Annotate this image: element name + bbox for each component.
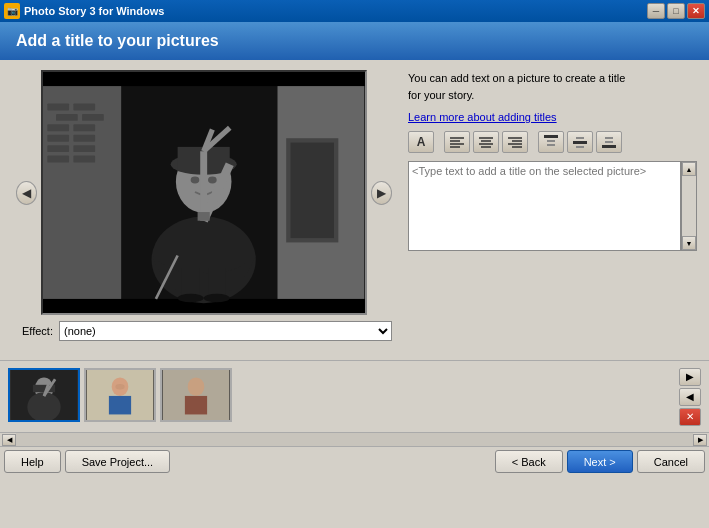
scroll-up-button[interactable]: ▲ (682, 162, 696, 176)
close-button[interactable]: ✕ (687, 3, 705, 19)
scroll-right-button[interactable]: ▶ (693, 434, 707, 446)
effect-row: Effect: (none) (12, 321, 392, 341)
instructions: You can add text on a picture to create … (408, 70, 697, 103)
svg-rect-45 (544, 135, 558, 138)
svg-rect-5 (56, 114, 78, 121)
svg-rect-16 (291, 143, 334, 239)
instruction-line2: for your story. (408, 89, 474, 101)
help-button[interactable]: Help (4, 450, 61, 473)
text-scrollbar[interactable]: ▲ ▼ (681, 161, 697, 251)
effect-dropdown[interactable]: (none) (59, 321, 392, 341)
filmstrip-item-3[interactable] (160, 368, 232, 422)
svg-point-30 (178, 294, 204, 303)
position-middle-button[interactable] (567, 131, 593, 153)
prev-photo-button[interactable]: ◀ (16, 181, 37, 205)
filmstrip-controls: ▶ ◀ ✕ (679, 368, 701, 426)
svg-rect-6 (82, 114, 104, 121)
position-top-button[interactable] (538, 131, 564, 153)
instruction-line1: You can add text on a picture to create … (408, 72, 625, 84)
scroll-down-button[interactable]: ▼ (682, 236, 696, 250)
svg-rect-46 (547, 140, 555, 142)
photo-area: ◀ (12, 70, 392, 350)
scroll-left-button[interactable]: ◀ (2, 434, 16, 446)
text-toolbar: A (408, 131, 697, 153)
next-button[interactable]: Next > (567, 450, 633, 473)
svg-rect-14 (74, 156, 96, 163)
align-center-button[interactable] (473, 131, 499, 153)
photo-frame (41, 70, 366, 315)
align-left-button[interactable] (444, 131, 470, 153)
app-title: Photo Story 3 for Windows (24, 5, 647, 17)
filmstrip-item-2[interactable] (84, 368, 156, 422)
filmstrip-forward-button[interactable]: ▶ (679, 368, 701, 386)
svg-rect-47 (547, 144, 555, 146)
filmstrip-delete-button[interactable]: ✕ (679, 408, 701, 426)
svg-rect-66 (185, 395, 207, 414)
svg-rect-7 (48, 124, 70, 131)
svg-rect-8 (74, 124, 96, 131)
page-header: Add a title to your pictures (0, 22, 709, 60)
svg-point-21 (191, 176, 200, 183)
photo-image (43, 72, 364, 313)
app-icon: 📷 (4, 3, 20, 19)
svg-rect-27 (198, 212, 210, 221)
svg-rect-12 (74, 145, 96, 152)
svg-rect-51 (605, 137, 613, 139)
text-panel: You can add text on a picture to create … (408, 70, 697, 350)
minimize-button[interactable]: ─ (647, 3, 665, 19)
svg-point-63 (115, 383, 124, 389)
cancel-button[interactable]: Cancel (637, 450, 705, 473)
bottom-bar: Help Save Project... < Back Next > Cance… (0, 446, 709, 476)
effect-label: Effect: (22, 325, 53, 337)
maximize-button[interactable]: □ (667, 3, 685, 19)
svg-point-31 (204, 294, 230, 303)
filmstrip-item-1[interactable] (8, 368, 80, 422)
caption-input[interactable] (408, 161, 681, 251)
filmstrip (8, 368, 673, 426)
filmstrip-area: ▶ ◀ ✕ (0, 360, 709, 432)
window-controls: ─ □ ✕ (647, 3, 705, 19)
svg-rect-9 (48, 135, 70, 142)
scroll-track (682, 176, 696, 236)
svg-rect-52 (605, 141, 613, 143)
svg-rect-62 (109, 395, 131, 414)
svg-rect-53 (602, 145, 616, 148)
next-photo-button[interactable]: ▶ (371, 181, 392, 205)
learn-more-link[interactable]: Learn more about adding titles (408, 111, 697, 123)
font-button[interactable]: A (408, 131, 434, 153)
svg-rect-13 (48, 156, 70, 163)
caption-input-area: ▲ ▼ (408, 161, 697, 350)
filmstrip-back-button[interactable]: ◀ (679, 388, 701, 406)
save-project-button[interactable]: Save Project... (65, 450, 171, 473)
back-button[interactable]: < Back (495, 450, 563, 473)
align-right-button[interactable] (502, 131, 528, 153)
scroll-track-h[interactable] (16, 433, 693, 446)
svg-point-22 (208, 176, 217, 183)
titlebar: 📷 Photo Story 3 for Windows ─ □ ✕ (0, 0, 709, 22)
page-title: Add a title to your pictures (16, 32, 219, 49)
main-content: ◀ (0, 60, 709, 360)
svg-rect-1 (43, 86, 121, 299)
svg-rect-49 (573, 141, 587, 144)
svg-rect-3 (48, 103, 70, 110)
svg-rect-50 (576, 146, 584, 148)
position-bottom-button[interactable] (596, 131, 622, 153)
svg-rect-10 (74, 135, 96, 142)
svg-rect-11 (48, 145, 70, 152)
svg-rect-48 (576, 137, 584, 139)
svg-point-65 (188, 377, 205, 396)
svg-rect-4 (74, 103, 96, 110)
horizontal-scrollbar: ◀ ▶ (0, 432, 709, 446)
